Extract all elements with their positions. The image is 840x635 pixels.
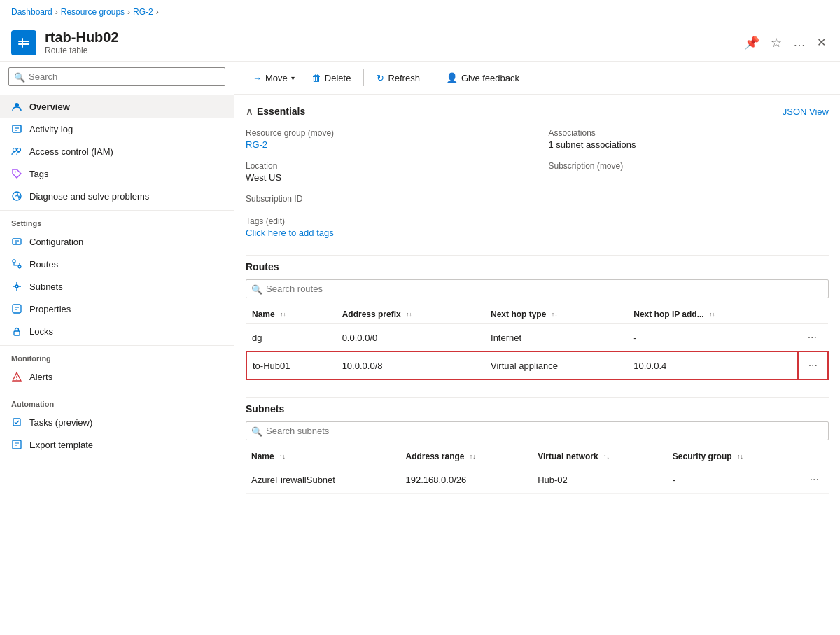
close-button[interactable]: ✕: [814, 33, 829, 52]
routes-col-hop-type[interactable]: Next hop type ↑↓: [485, 305, 628, 324]
sidebar-item-iam[interactable]: Access control (IAM): [0, 140, 234, 162]
subnets-vnet-sort-icon[interactable]: ↑↓: [603, 454, 610, 460]
sidebar-item-configuration[interactable]: Configuration: [0, 230, 234, 253]
route-prefix-dg: 0.0.0.0/0: [337, 324, 485, 352]
move-chevron-icon: ▾: [291, 74, 295, 82]
sidebar-item-routes-label: Routes: [29, 259, 58, 270]
move-button[interactable]: → Move ▾: [246, 69, 302, 87]
sidebar-item-activity-log[interactable]: Activity log: [0, 118, 234, 140]
config-icon: [11, 236, 22, 247]
sidebar-item-alerts[interactable]: Alerts: [0, 365, 234, 388]
route-name-dg: dg: [246, 324, 337, 352]
svg-point-3: [15, 103, 19, 107]
subscription-move-link[interactable]: move: [600, 161, 620, 171]
subnets-security-sort-icon[interactable]: ↑↓: [737, 454, 743, 460]
essentials-grid: Resource group (move) RG-2 Associations …: [246, 128, 829, 238]
subnets-col-vnet[interactable]: Virtual network ↑↓: [532, 447, 667, 466]
breadcrumb-rg2[interactable]: RG-2: [133, 7, 153, 17]
export-icon: [11, 439, 22, 450]
svg-point-22: [16, 379, 18, 380]
routes-prefix-sort-icon[interactable]: ↑↓: [406, 312, 412, 318]
subnets-table: Name ↑↓ Address range ↑↓ Virtual network…: [246, 447, 829, 494]
activity-icon: [11, 123, 22, 134]
tags-edit-link[interactable]: edit: [269, 216, 282, 226]
section-divider-2: [246, 397, 829, 398]
pin-button[interactable]: 📌: [741, 32, 762, 53]
svg-point-15: [18, 265, 21, 268]
resource-title: rtab-Hub02: [45, 29, 741, 46]
sidebar-item-locks-label: Locks: [29, 326, 53, 337]
subnet-ellipsis[interactable]: ···: [806, 472, 823, 487]
sidebar-item-overview[interactable]: Overview: [0, 95, 234, 118]
routes-name-sort-icon[interactable]: ↑↓: [280, 312, 286, 318]
sidebar-item-export[interactable]: Export template: [0, 433, 234, 456]
sidebar-item-subnets-label: Subnets: [29, 281, 63, 292]
subnets-icon: [11, 281, 22, 292]
breadcrumb: Dashboard › Resource groups › RG-2 ›: [0, 0, 840, 24]
svg-rect-11: [13, 239, 21, 244]
subnets-name-sort-icon[interactable]: ↑↓: [279, 454, 286, 460]
refresh-button[interactable]: ↻ Refresh: [370, 69, 427, 87]
favorite-button[interactable]: ☆: [768, 32, 785, 53]
routes-col-name[interactable]: Name ↑↓: [246, 305, 337, 324]
svg-point-8: [18, 148, 21, 152]
sidebar-item-diagnose-label: Diagnose and solve problems: [29, 191, 149, 202]
subnets-col-range[interactable]: Address range ↑↓: [400, 447, 532, 466]
delete-button[interactable]: 🗑 Delete: [304, 69, 358, 87]
overview-icon: [11, 101, 22, 112]
feedback-button[interactable]: 👤 Give feedback: [439, 69, 526, 87]
properties-icon: [11, 303, 22, 314]
alerts-icon: [11, 371, 22, 382]
routes-search-input[interactable]: [246, 279, 829, 298]
sidebar-item-tasks[interactable]: Tasks (preview): [0, 411, 234, 433]
subnets-search-input[interactable]: [246, 421, 829, 440]
sidebar-item-properties[interactable]: Properties: [0, 298, 234, 320]
resource-icon: [11, 30, 36, 55]
svg-rect-0: [18, 41, 29, 42]
iam-icon: [11, 146, 22, 157]
sidebar-item-overview-label: Overview: [29, 102, 70, 112]
sidebar-item-diagnose[interactable]: Diagnose and solve problems: [0, 185, 234, 207]
route-hop-ip-dg: -: [628, 324, 797, 352]
essentials-section: ∧ Essentials JSON View Resource group (m…: [234, 95, 840, 249]
main-content: → Move ▾ 🗑 Delete ↻ Refresh 👤 Give feedb…: [234, 62, 840, 635]
subnets-col-security[interactable]: Security group ↑↓: [667, 447, 800, 466]
resource-group-move-link[interactable]: move: [311, 128, 331, 138]
table-row: AzureFirewallSubnet 192.168.0.0/26 Hub-0…: [246, 466, 829, 494]
sidebar-item-routes[interactable]: Routes: [0, 253, 234, 275]
route-dg-ellipsis[interactable]: ···: [804, 330, 821, 345]
toolbar-divider: [363, 69, 364, 86]
svg-rect-20: [14, 331, 20, 335]
tags-add-link[interactable]: Click here to add tags: [246, 228, 334, 238]
refresh-icon: ↻: [377, 73, 384, 83]
sidebar-item-export-label: Export template: [29, 440, 93, 450]
routes-col-hop-ip[interactable]: Next hop IP add... ↑↓: [628, 305, 797, 324]
more-button[interactable]: …: [790, 32, 808, 53]
resource-group-value[interactable]: RG-2: [246, 139, 267, 150]
associations-value: 1 subnet associations: [549, 139, 830, 150]
sidebar-item-alerts-label: Alerts: [29, 372, 52, 382]
subnets-section: Subnets 🔍 Name ↑↓ Address range ↑↓: [234, 403, 840, 505]
subnets-search-icon: 🔍: [251, 426, 262, 436]
sidebar-item-tags[interactable]: Tags: [0, 162, 234, 185]
routes-col-prefix[interactable]: Address prefix ↑↓: [337, 305, 485, 324]
routes-hop-sort-icon[interactable]: ↑↓: [552, 312, 558, 318]
breadcrumb-resource-groups[interactable]: Resource groups: [61, 7, 125, 17]
resource-group-field: Resource group (move) RG-2: [246, 128, 526, 150]
sidebar-item-locks[interactable]: Locks: [0, 320, 234, 342]
sidebar-search-input[interactable]: [8, 67, 225, 86]
routes-icon: [11, 258, 22, 270]
settings-section-label: Settings: [0, 210, 234, 230]
sidebar-item-subnets[interactable]: Subnets: [0, 275, 234, 298]
sidebar-item-iam-label: Access control (IAM): [29, 146, 113, 157]
subnets-col-name[interactable]: Name ↑↓: [246, 447, 400, 466]
sidebar-item-configuration-label: Configuration: [29, 237, 83, 247]
subnets-range-sort-icon[interactable]: ↑↓: [470, 454, 476, 460]
breadcrumb-dashboard[interactable]: Dashboard: [11, 7, 52, 17]
route-hub01-ellipsis[interactable]: ···: [804, 358, 822, 373]
subnets-title: Subnets: [246, 403, 829, 414]
svg-point-7: [13, 148, 17, 152]
feedback-icon: 👤: [446, 72, 458, 83]
routes-ip-sort-icon[interactable]: ↑↓: [709, 312, 715, 318]
json-view-link[interactable]: JSON View: [783, 106, 829, 117]
